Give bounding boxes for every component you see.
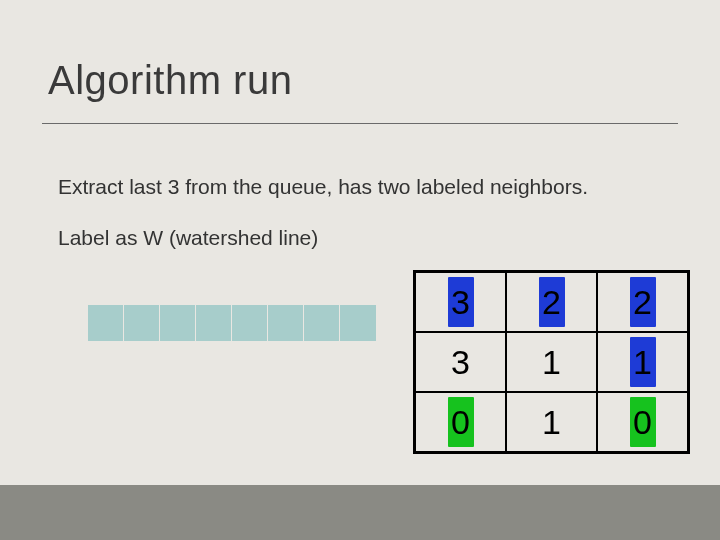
bottom-bar	[0, 485, 720, 540]
grid-cell-value: 3	[451, 283, 470, 322]
queue-bar	[88, 305, 376, 341]
grid-cell-value: 3	[451, 343, 470, 382]
grid-cell: 2	[597, 272, 688, 332]
grid-cell: 0	[597, 392, 688, 452]
queue-cell	[232, 305, 268, 341]
queue-cell	[196, 305, 232, 341]
grid-cell: 1	[506, 392, 597, 452]
slide-title: Algorithm run	[48, 58, 292, 103]
grid-cell-value: 2	[542, 283, 561, 322]
title-underline	[42, 123, 678, 124]
body-line-1: Extract last 3 from the queue, has two l…	[58, 175, 588, 199]
grid-cell: 0	[415, 392, 506, 452]
queue-cell	[340, 305, 376, 341]
grid-cell: 1	[506, 332, 597, 392]
value-grid: 322311010	[413, 270, 690, 454]
slide: Algorithm run Extract last 3 from the qu…	[0, 0, 720, 540]
grid-cell-value: 1	[542, 343, 561, 382]
grid-cell-value: 0	[451, 403, 470, 442]
queue-cell	[304, 305, 340, 341]
grid-cell-value: 2	[633, 283, 652, 322]
grid-cell-value: 0	[633, 403, 652, 442]
grid-cell: 1	[597, 332, 688, 392]
grid-cell: 2	[506, 272, 597, 332]
grid-cell-value: 1	[542, 403, 561, 442]
image-placeholder	[50, 348, 350, 360]
queue-cell	[160, 305, 196, 341]
queue-cell	[124, 305, 160, 341]
body-line-2: Label as W (watershed line)	[58, 226, 318, 250]
grid-cell: 3	[415, 272, 506, 332]
queue-cell	[268, 305, 304, 341]
grid-cell: 3	[415, 332, 506, 392]
queue-cell	[88, 305, 124, 341]
grid-cell-value: 1	[633, 343, 652, 382]
